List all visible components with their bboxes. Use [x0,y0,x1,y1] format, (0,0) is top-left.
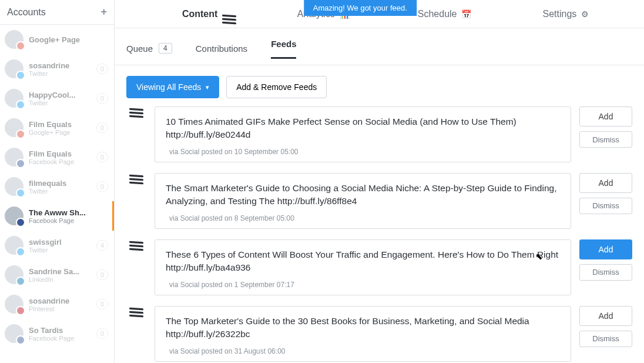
network-badge-icon [16,188,25,198]
feed-card[interactable]: 10 Times Animated GIFs Make Perfect Sens… [155,106,571,162]
network-badge-icon [16,306,25,315]
account-labels: filmequalsTwitter [29,179,91,195]
account-network: Twitter [29,99,91,106]
account-network: Facebook Page [29,158,91,165]
account-network: Google+ Page [29,129,91,136]
feed-actions: AddDismiss [579,173,632,214]
dismiss-button[interactable]: Dismiss [579,264,632,281]
avatar [5,89,24,108]
nav-label: Schedule [418,9,457,19]
sidebar-account[interactable]: sosandrineTwitter0 [0,54,114,84]
sidebar-account[interactable]: swissgirlTwitter4 [0,231,114,260]
network-badge-icon [16,159,25,168]
account-labels: So TardisFacebook Page [29,326,91,342]
sidebar-title: Accounts [7,7,46,18]
queue-count-badge: 0 [96,299,108,309]
account-labels: Sandrine Sa...LinkedIn [29,267,91,283]
tab-label: Feeds [271,39,296,49]
avatar [5,207,24,225]
feed-meta: via Social posted on 10 September 05:00 [166,148,560,156]
feed-meta: via Social posted on 1 September 07:17 [166,281,560,289]
feed-title: These 6 Types of Content Will Boost Your… [166,248,560,275]
dismiss-button[interactable]: Dismiss [579,198,632,214]
dismiss-button[interactable]: Dismiss [579,331,632,347]
account-name: sosandrine [29,61,91,70]
feed-meta: via Social posted on 8 September 05:00 [166,214,560,222]
sidebar-header: Accounts + [0,0,114,25]
account-network: Twitter [29,70,91,77]
sidebar-account[interactable]: Google+ Page [0,25,114,54]
queue-count-badge: 0 [96,93,108,104]
feed-actions: AddDismiss [579,239,632,281]
feed-row: The Smart Marketer's Guide to Choosing a… [126,173,632,229]
account-name: HappyCool... [29,91,91,99]
add-button[interactable]: Add [579,173,632,193]
account-name: Film Equals [29,120,91,129]
main: Amazing! We got your feed. Content Analy… [115,0,644,363]
filter-bar: Viewing All Feeds ▾ Add & Remove Feeds [115,65,644,106]
button-label: Add & Remove Feeds [236,82,317,92]
feed-actions: AddDismiss [579,106,632,148]
tab-feeds[interactable]: Feeds [271,39,296,59]
feed-title: 10 Times Animated GIFs Make Perfect Sens… [166,115,560,142]
feed-actions: AddDismiss [579,306,632,347]
tab-contributions[interactable]: Contributions [196,44,247,54]
sidebar-account[interactable]: sosandrinePinterest0 [0,289,114,319]
sidebar: Accounts + Google+ PagesosandrineTwitter… [0,0,115,363]
sidebar-account[interactable]: The Awww Sh...Facebook Page [0,201,114,231]
account-network: Twitter [29,247,91,254]
feed-row: These 6 Types of Content Will Boost Your… [126,239,632,295]
account-name: sosandrine [29,297,91,305]
sidebar-account[interactable]: So TardisFacebook Page0 [0,319,114,348]
avatar [5,118,24,137]
avatar [5,265,24,284]
account-labels: Film EqualsGoogle+ Page [29,120,91,136]
queue-count-badge: 4 [96,240,108,251]
add-remove-feeds-button[interactable]: Add & Remove Feeds [226,76,327,98]
toast: Amazing! We got your feed. [304,0,417,16]
network-badge-icon [16,41,25,51]
nav-settings[interactable]: Settings ⚙ [505,0,626,28]
calendar-icon: 📅 [461,9,471,19]
queue-count-badge: 0 [96,328,108,339]
account-network: Facebook Page [29,217,106,224]
button-label: Viewing All Feeds [136,82,201,92]
account-name: Film Equals [29,149,91,158]
account-labels: HappyCool...Twitter [29,91,91,106]
nav-content[interactable]: Content [142,0,263,28]
sidebar-account[interactable]: Sandrine Sa...LinkedIn0 [0,260,114,289]
queue-count-badge: 0 [96,269,108,280]
tab-queue[interactable]: Queue 4 [126,43,172,54]
feed-source-icon [126,106,146,119]
add-account-icon[interactable]: + [100,6,107,18]
account-labels: Google+ Page [29,35,108,44]
viewing-feeds-dropdown[interactable]: Viewing All Feeds ▾ [126,76,219,98]
avatar [5,177,24,196]
feed-row: The Top Marketer's Guide to the 30 Best … [126,306,632,362]
nav-label: Content [182,9,217,19]
sidebar-account[interactable]: HappyCool...Twitter0 [0,84,114,113]
feed-list: 10 Times Animated GIFs Make Perfect Sens… [115,106,644,362]
network-badge-icon [16,71,25,80]
add-button[interactable]: Add [579,306,632,326]
sidebar-account[interactable]: filmequalsTwitter0 [0,172,114,201]
queue-count: 4 [159,43,172,54]
tab-label: Queue [126,44,153,54]
feed-title: The Top Marketer's Guide to the 30 Best … [166,315,560,341]
feed-card[interactable]: These 6 Types of Content Will Boost Your… [155,239,571,295]
queue-count-badge: 0 [96,64,108,74]
sub-nav: Queue 4 Contributions Feeds [115,28,644,58]
add-button[interactable]: Add [579,239,632,259]
sidebar-account[interactable]: Film EqualsGoogle+ Page0 [0,113,114,142]
network-badge-icon [16,247,25,257]
sidebar-account[interactable]: Film EqualsFacebook Page0 [0,142,114,172]
network-badge-icon [16,100,25,109]
feed-card[interactable]: The Top Marketer's Guide to the 30 Best … [155,306,571,362]
add-button[interactable]: Add [579,106,632,126]
account-name: Sandrine Sa... [29,267,91,276]
dismiss-button[interactable]: Dismiss [579,131,632,148]
chevron-down-icon: ▾ [206,84,209,91]
account-network: Pinterest [29,305,91,312]
feed-card[interactable]: The Smart Marketer's Guide to Choosing a… [155,173,571,229]
queue-count-badge: 0 [96,181,108,192]
